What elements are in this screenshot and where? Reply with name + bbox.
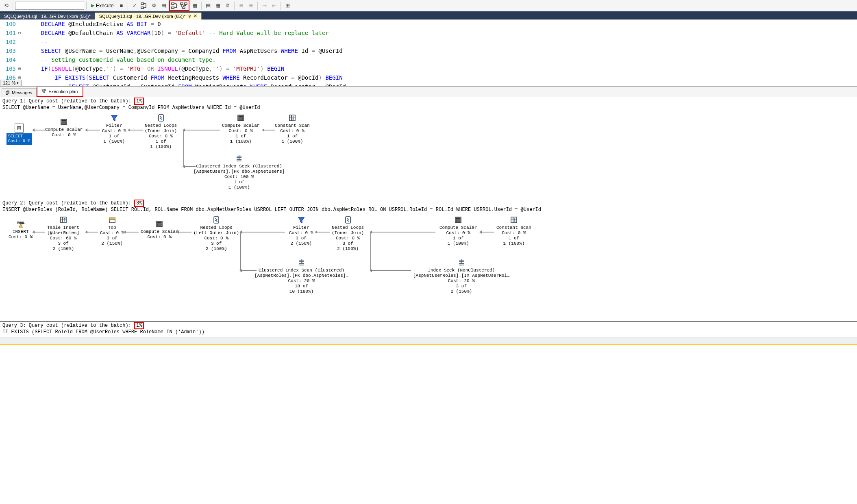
specify-values-button[interactable]: ⊞: [283, 1, 292, 10]
plan-operator[interactable]: T-SQLINSERTCost: 0 %: [9, 219, 33, 240]
execution-plan-tab[interactable]: Execution plan: [38, 87, 82, 96]
tool-refresh-icon[interactable]: ⟲: [2, 1, 11, 10]
op-rows: 1 of: [275, 134, 310, 139]
plan-operator[interactable]: Nested Loops(Inner Join)Cost: 0 %3 of2 (…: [332, 215, 364, 252]
tab-label: SQLQuery13.sql - 19...GR.Dev (ixora (65)…: [99, 14, 186, 19]
plan-operator[interactable]: Nested Loops(Left Outer Join)Cost: 0 %3 …: [194, 215, 239, 252]
op-subtitle: (Inner Join): [145, 128, 177, 134]
plan-arrow: [263, 130, 275, 130]
query-cost-highlight: 3%: [134, 200, 144, 207]
plan-operator[interactable]: FilterCost: 0 %1 of1 (100%): [102, 113, 126, 144]
document-tab-active[interactable]: SQLQuery13.sql - 19...GR.Dev (ixora (65)…: [95, 13, 202, 20]
execute-button[interactable]: ▶ Execute: [89, 1, 116, 10]
op-title: Constant Scan: [496, 225, 531, 230]
zoom-selector[interactable]: 121 % ▾: [0, 80, 22, 86]
plan-operator[interactable]: Constant ScanCost: 0 %1 of1 (100%): [275, 113, 310, 144]
uncomment-button[interactable]: ≣: [246, 1, 255, 10]
op-subtitle: [AspNetUsers].[PK_dbo.AspNetUsers]: [194, 169, 285, 174]
chevron-down-icon: ▾: [17, 81, 19, 85]
plan-operator[interactable]: Compute ScalarCost: 0 %1 of1 (100%): [222, 113, 259, 144]
plan-operator[interactable]: Index Seek (NonClustered)[AspNetUserRole…: [413, 258, 510, 294]
operator-icon: [236, 113, 245, 122]
plan-operator[interactable]: ▤SELECTCost: 0 %: [7, 124, 32, 145]
op-title: Filter: [102, 123, 126, 128]
plan-operator[interactable]: Compute ScalarCost: 0 %: [45, 117, 83, 138]
include-live-stats-button[interactable]: [179, 1, 188, 10]
results-to-text-button[interactable]: ▤: [204, 1, 213, 10]
query-options-button[interactable]: ⚙: [150, 1, 159, 10]
outdent-button[interactable]: ⇤: [270, 1, 278, 10]
svg-rect-6: [183, 7, 185, 9]
zoom-value: 121 %: [3, 80, 15, 85]
op-cost: Cost: 0 %: [332, 236, 364, 241]
op-subtitle: (Left Outer Join): [194, 230, 239, 236]
database-dropdown[interactable]: [15, 2, 84, 10]
op-rows: 18 of: [254, 284, 348, 289]
plan-arrow: [183, 130, 184, 166]
plan-operator[interactable]: Compute ScalarCost: 0 %1 of1 (100%): [439, 215, 477, 246]
fold-column[interactable]: ⊟⊟⊟: [18, 20, 24, 86]
code-area[interactable]: DECLARE @IncludeInActive AS BIT = 0 DECL…: [24, 20, 857, 86]
document-tabstrip: SQLQuery14.sql - 19...GR.Dev (ixora (55)…: [0, 11, 857, 20]
parse-button[interactable]: ✓: [130, 1, 139, 10]
op-title: Table Insert: [47, 225, 79, 230]
plan-arrow: [240, 232, 241, 270]
select-icon: ▤: [15, 124, 24, 133]
operator-icon: [59, 117, 68, 126]
svg-rect-19: [289, 115, 295, 121]
indent-button[interactable]: ⇥: [260, 1, 269, 10]
horizontal-scrollbar[interactable]: [0, 337, 857, 344]
svg-rect-4: [181, 3, 183, 4]
op-est: 2 (150%): [289, 241, 313, 246]
plan-arrow: [183, 130, 220, 130]
results-to-grid-button[interactable]: ▦: [213, 1, 222, 10]
execute-label: Execute: [96, 3, 113, 9]
operator-icon: [212, 215, 221, 224]
include-actual-plan-button[interactable]: [170, 1, 179, 10]
plan-arrow: [315, 232, 330, 232]
op-cost: Cost: 0 %: [289, 230, 313, 236]
stop-button[interactable]: ■: [117, 1, 126, 10]
comment-button[interactable]: ≣: [237, 1, 246, 10]
operator-icon: T-SQL: [16, 219, 25, 228]
plan-arrow: [86, 232, 98, 232]
document-tab[interactable]: SQLQuery14.sql - 19...GR.Dev (ixora (55)…: [0, 13, 95, 20]
plan-operator[interactable]: Clustered Index Scan (Clustered)[AspNetR…: [254, 258, 348, 294]
plan-arrow: [370, 232, 435, 232]
op-cost: Cost: 0 %: [496, 230, 531, 236]
operator-icon: [108, 215, 117, 224]
op-title: Index Seek (NonClustered): [413, 268, 510, 273]
op-subtitle: (Inner Join): [332, 230, 364, 236]
results-to-file-button[interactable]: 🗎: [223, 1, 232, 10]
plan-operator[interactable]: Compute ScalarCost: 0 %: [141, 219, 178, 240]
include-client-stats-button[interactable]: ▦: [190, 1, 199, 10]
plan-canvas[interactable]: ▤SELECTCost: 0 %Compute ScalarCost: 0 %F…: [2, 113, 855, 195]
plan-operator[interactable]: Table Insert[@UserRoles]Cost: 60 %3 of2 …: [47, 215, 79, 252]
plan-operator[interactable]: FilterCost: 0 %3 of2 (150%): [289, 215, 313, 246]
plan-operator[interactable]: TopCost: 0 %3 of2 (150%): [100, 215, 124, 246]
plan-operator[interactable]: Nested Loops(Inner Join)Cost: 0 %1 of1 (…: [145, 113, 177, 150]
op-est: 10 (180%): [254, 289, 348, 294]
query-block: Query 3: Query cost (relative to the bat…: [0, 322, 857, 337]
plan-operator[interactable]: Constant ScanCost: 0 %1 of1 (100%): [496, 215, 531, 246]
highlight-execution-plan-tab: Execution plan: [37, 86, 83, 97]
query-header: Query 1: Query cost (relative to the bat…: [2, 98, 855, 111]
op-title: Compute Scalar: [141, 229, 178, 235]
plan-canvas[interactable]: T-SQLINSERTCost: 0 %Table Insert[@UserRo…: [2, 215, 855, 317]
plan-operator[interactable]: Clustered Index Seek (Clustered)[AspNetU…: [194, 154, 285, 190]
svg-rect-33: [456, 222, 460, 222]
intellisense-button[interactable]: ▤: [159, 1, 168, 10]
operator-icon: [288, 113, 297, 122]
pin-icon[interactable]: ⚲: [188, 14, 191, 18]
svg-rect-27: [157, 226, 161, 226]
op-subtitle: [AspNetUserRoles].[IX_AspNetUserRol…: [413, 273, 510, 278]
svg-rect-9: [43, 92, 45, 93]
code-editor[interactable]: 100101102103104105106107 ⊟⊟⊟ DECLARE @In…: [0, 20, 857, 87]
close-icon[interactable]: ✕: [194, 13, 197, 19]
op-cost: Cost: 0 %: [222, 128, 259, 134]
display-estimated-plan-button[interactable]: [140, 1, 149, 10]
execution-plan-pane[interactable]: Query 1: Query cost (relative to the bat…: [0, 97, 857, 337]
operator-icon: [110, 113, 119, 122]
messages-tab[interactable]: 🗐 Messages: [2, 88, 37, 97]
op-title: Constant Scan: [275, 123, 310, 128]
